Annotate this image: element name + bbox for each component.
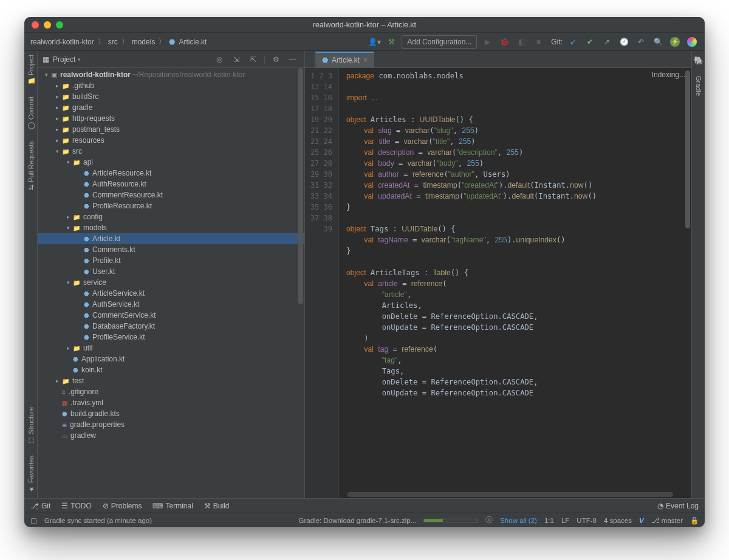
tool-window-structure[interactable]: ⬚Structure [27,407,35,445]
expand-all-icon[interactable]: ⇲ [230,53,243,66]
right-tool-window-bar: 🐘 Gradle [691,51,705,498]
tree-item[interactable]: ▾📁models [38,222,304,233]
breadcrumb-item[interactable]: realworld-kotlin-ktor [30,38,94,46]
tree-item[interactable]: ⬣ArticleResource.kt [38,168,304,179]
lock-icon[interactable]: 🔒 [690,516,699,525]
tree-item[interactable]: ▸📁test [38,375,304,386]
line-separator[interactable]: LF [561,517,569,524]
tree-item[interactable]: ▸📁gradle [38,102,304,113]
tool-windows-icon[interactable]: ▢ [30,516,37,525]
debug-icon[interactable]: 🐞 [498,35,511,49]
tool-window-project[interactable]: 📁Project [27,55,35,86]
tree-item[interactable]: ⬣ProfileService.kt [38,332,304,343]
tree-item[interactable]: ▸📁resources [38,135,304,146]
tree-item[interactable]: ⬣Application.kt [38,353,304,364]
search-icon[interactable]: 🔍 [651,35,665,49]
window-title: realworld-kotlin-ktor – Article.kt [24,21,705,29]
hide-panel-icon[interactable]: — [286,53,299,66]
bottom-tool-problems[interactable]: ⊘Problems [103,502,142,510]
code-area[interactable]: package com.nooblabs.models import ... o… [339,68,691,498]
bottom-tool-terminal[interactable]: ⌨Terminal [152,502,193,510]
show-all-link[interactable]: Show all (2) [500,517,537,524]
line-gutter[interactable]: 1 2 3 13 14 15 16 17 18 19 20 21 22 23 2… [305,68,339,498]
tree-item[interactable]: ▭gradlew [38,430,304,441]
scrollbar[interactable] [685,70,690,228]
tree-item[interactable]: ⬣User.kt [38,266,304,277]
bottom-tool-git[interactable]: ⎇Git [30,502,50,510]
indent-setting[interactable]: 4 spaces [604,517,632,524]
branch-indicator[interactable]: ⎇ master [651,516,683,525]
vcs-label: Git: [551,38,563,46]
bottom-tool-build[interactable]: ⚒Build [204,502,230,510]
tree-item[interactable]: ▸📁.github [38,80,304,91]
tool-window-commit[interactable]: ◯Commit [27,97,35,130]
tool-window-pull-requests[interactable]: ⇆Pull Requests [27,141,35,190]
tree-item[interactable]: ⬣DatabaseFactory.kt [38,321,304,332]
hammer-icon[interactable]: ⚒ [385,35,398,49]
user-icon[interactable]: 👤▾ [368,35,381,49]
tree-item[interactable]: ⬣Article.kt [38,233,304,244]
file-encoding[interactable]: UTF-8 [577,517,597,524]
title-bar[interactable]: realworld-kotlin-ktor – Article.kt [24,17,705,33]
tree-item[interactable]: ≣gradle.properties [38,419,304,430]
tree-item[interactable]: ⬣ProfileResource.kt [38,200,304,211]
history-icon[interactable]: 🕘 [617,35,631,49]
vcs-push-icon[interactable]: ↗ [600,35,614,49]
tree-item[interactable]: ▸📁util [38,343,304,353]
tool-window-gradle[interactable]: Gradle [695,76,702,96]
vcs-commit-icon[interactable]: ✔ [583,35,597,49]
close-tab-icon[interactable]: × [363,56,368,64]
tree-item[interactable]: ▸📁postman_tests [38,124,304,135]
target-icon[interactable]: ◎ [213,53,226,66]
bottom-tool-todo[interactable]: ☰TODO [61,502,91,510]
tree-item[interactable]: ⬣CommentService.kt [38,310,304,321]
event-log-button[interactable]: ◔Event Log [657,502,699,510]
rollback-icon[interactable]: ↶ [634,35,648,49]
cancel-icon[interactable]: ⓧ [485,516,493,525]
tree-item[interactable]: ⬣CommentResource.kt [38,190,304,200]
tree-item[interactable]: ⬣build.gradle.kts [38,408,304,419]
gear-icon[interactable]: ⚙ [269,53,282,66]
tree-item[interactable]: ⬣AuthService.kt [38,299,304,310]
progress-bar [423,519,478,522]
tree-item[interactable]: ⬣Profile.kt [38,255,304,266]
project-view-icon: ▦ [43,55,49,64]
tree-item[interactable]: ≡.gitignore [38,386,304,397]
tree-item[interactable]: ▸📁config [38,211,304,222]
run-configuration-select[interactable]: Add Configuration... [402,35,477,49]
scrollbar[interactable] [347,492,673,497]
run-icon[interactable]: ▶ [481,35,494,49]
tree-item[interactable]: ▾📁src [38,146,304,157]
language-icon[interactable]: V [639,517,644,524]
editor-tab[interactable]: ⬣ Article.kt × [315,52,374,67]
tree-item[interactable]: ⬣koin.kt [38,364,304,375]
terminal-icon: ⌨ [152,502,163,510]
coverage-icon[interactable]: ◧ [515,35,528,49]
tree-item[interactable]: ▸📁buildSrc [38,91,304,102]
chevron-right-icon: 〉 [122,37,128,46]
collapse-all-icon[interactable]: ⇱ [247,53,260,66]
tree-item[interactable]: ▾📁service [38,277,304,288]
tree-item[interactable]: ⬣ArticleService.kt [38,288,304,299]
caret-position[interactable]: 1:1 [544,517,554,524]
project-tree[interactable]: ▾▣ realworld-kotlin-ktor ~/Repositories/… [38,68,304,498]
tree-item[interactable]: ▦.travis.yml [38,397,304,408]
tool-window-favorites[interactable]: ★Favorites [27,456,35,493]
tree-item[interactable]: ▾📁api [38,157,304,168]
ide-actions-icon[interactable]: ⚡ [668,35,682,49]
breadcrumb-item[interactable]: models [132,38,156,46]
tree-item[interactable]: ⬣AuthResource.kt [38,179,304,190]
scrollbar[interactable] [298,68,303,304]
editor-body[interactable]: Indexing... 1 2 3 13 14 15 16 17 18 19 2… [305,68,691,498]
tree-item[interactable]: ▸📁http-requests [38,113,304,124]
vcs-update-icon[interactable]: ↙ [566,35,580,49]
breadcrumb[interactable]: realworld-kotlin-ktor 〉 src 〉 models 〉 ⬣… [30,37,364,46]
breadcrumb-item[interactable]: src [108,38,118,46]
breadcrumb-item[interactable]: Article.kt [179,38,207,46]
project-view-selector[interactable]: Project▾ [53,55,209,64]
tree-root[interactable]: ▾▣ realworld-kotlin-ktor ~/Repositories/… [38,69,304,80]
status-progress[interactable]: Gradle: Download gradle-7.1-src.zip... [299,517,417,524]
stop-icon[interactable]: ■ [532,35,545,49]
tree-item[interactable]: ⬣Comments.kt [38,244,304,255]
product-icon[interactable] [685,35,699,49]
